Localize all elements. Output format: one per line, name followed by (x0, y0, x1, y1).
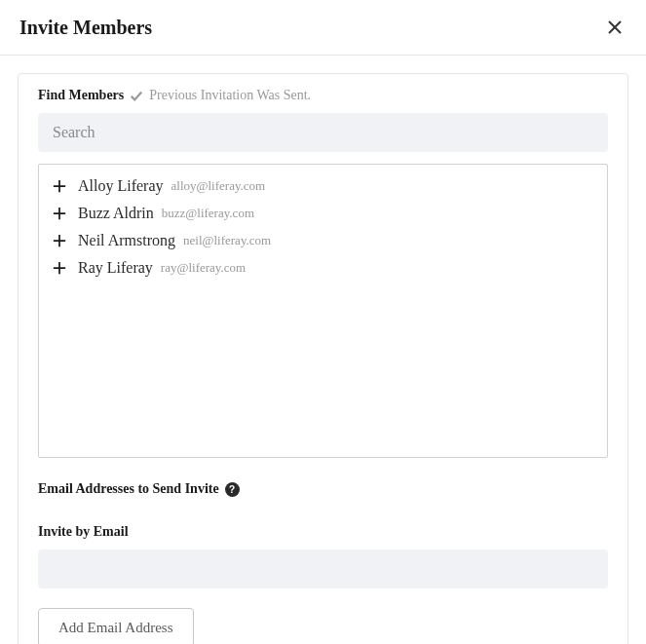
add-email-address-button[interactable]: Add Email Address (38, 608, 194, 644)
member-email: alloy@liferay.com (171, 178, 266, 194)
member-email: ray@liferay.com (161, 260, 246, 276)
email-section-heading: Email Addresses to Send Invite (38, 481, 219, 497)
find-members-heading-row: Find Members Previous Invitation Was Sen… (38, 88, 608, 103)
modal-title: Invite Members (19, 17, 152, 39)
modal-header: Invite Members (0, 0, 646, 56)
email-input[interactable] (38, 549, 608, 588)
member-name: Neil Armstrong (78, 232, 175, 249)
member-item[interactable]: Ray Liferayray@liferay.com (39, 254, 607, 282)
member-item[interactable]: Neil Armstrongneil@liferay.com (39, 227, 607, 254)
plus-icon (51, 177, 68, 195)
invite-by-email-label: Invite by Email (38, 524, 608, 540)
member-item[interactable]: Buzz Aldrinbuzz@liferay.com (39, 200, 607, 227)
invite-panel: Find Members Previous Invitation Was Sen… (18, 73, 628, 644)
plus-icon (51, 259, 68, 277)
invitation-status-text: Previous Invitation Was Sent. (149, 88, 311, 103)
member-item[interactable]: Alloy Liferayalloy@liferay.com (39, 172, 607, 200)
email-section-heading-row: Email Addresses to Send Invite ? (38, 481, 608, 497)
plus-icon (51, 205, 68, 222)
member-name: Ray Liferay (78, 259, 153, 277)
modal-body: Find Members Previous Invitation Was Sen… (0, 56, 646, 644)
find-members-label: Find Members (38, 88, 124, 103)
search-input[interactable] (38, 113, 608, 152)
member-email: neil@liferay.com (183, 233, 271, 248)
plus-icon (51, 232, 68, 249)
member-name: Buzz Aldrin (78, 205, 154, 222)
member-email: buzz@liferay.com (162, 206, 254, 221)
members-list: Alloy Liferayalloy@liferay.comBuzz Aldri… (38, 164, 608, 458)
member-name: Alloy Liferay (78, 177, 164, 195)
close-button[interactable] (603, 16, 627, 39)
help-icon[interactable]: ? (225, 482, 240, 497)
check-icon (130, 89, 143, 102)
close-icon (607, 19, 623, 35)
